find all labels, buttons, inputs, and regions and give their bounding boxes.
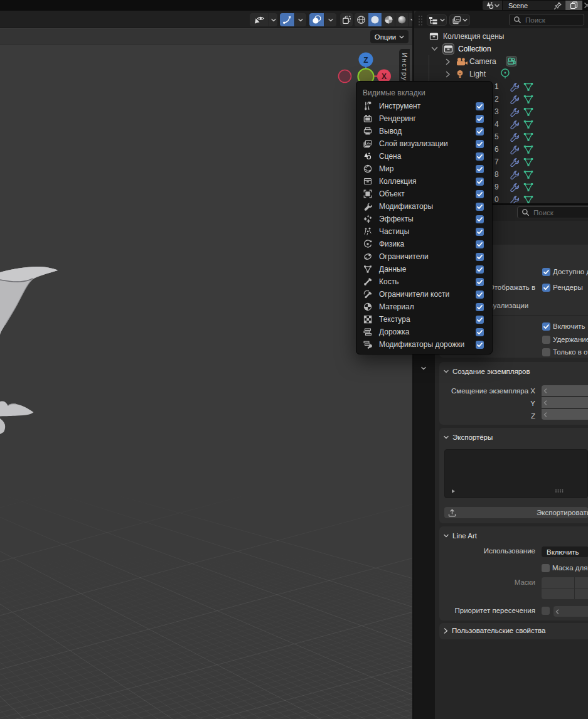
popup-item-10[interactable]: Эффекты xyxy=(356,213,493,225)
enable-checkbox[interactable] xyxy=(542,322,550,331)
visibility-button[interactable] xyxy=(250,13,269,26)
mesh-data-icon[interactable] xyxy=(523,120,533,129)
popup-item-checkbox[interactable] xyxy=(476,127,484,136)
popup-item-checkbox[interactable] xyxy=(476,165,484,173)
popup-item-12[interactable]: Физика xyxy=(356,238,493,250)
close-scene-button[interactable] xyxy=(583,1,588,10)
mask-bits-row-1[interactable] xyxy=(542,577,588,588)
outliner-row-Collection[interactable]: Collection xyxy=(414,43,588,55)
popup-item-14[interactable]: Данные xyxy=(356,263,493,275)
xray-button[interactable] xyxy=(340,13,353,26)
gizmo-minus-x-ball[interactable] xyxy=(339,70,351,83)
exporters-panel-header[interactable]: Экспортёры xyxy=(444,434,493,441)
popup-item-6[interactable]: Мир xyxy=(356,162,493,175)
popup-item-20[interactable]: Модификаторы дорожки xyxy=(356,338,493,351)
tabs-overflow-chevron-icon[interactable] xyxy=(421,366,426,370)
stepper-left-icon[interactable] xyxy=(543,412,547,417)
outliner-row-Camera[interactable]: Camera xyxy=(414,55,588,68)
mesh-data-icon[interactable] xyxy=(523,82,533,92)
line-art-panel-header[interactable]: Line Art xyxy=(444,532,477,540)
popup-item-checkbox[interactable] xyxy=(476,303,484,311)
instancing-header[interactable]: Создание экземпляров xyxy=(452,368,530,375)
mesh-data-icon[interactable] xyxy=(523,107,533,117)
popup-item-2[interactable]: Рендеринг xyxy=(356,112,493,125)
wrench-icon[interactable] xyxy=(510,132,519,142)
claw-mesh[interactable] xyxy=(0,401,34,416)
show-gizmo-toggle[interactable] xyxy=(280,13,306,26)
editor-type-button[interactable] xyxy=(427,14,447,26)
mesh-data-icon[interactable] xyxy=(523,145,533,154)
popup-item-15[interactable]: Кость xyxy=(356,275,493,288)
gizmo-dropdown-arrow[interactable] xyxy=(294,13,306,26)
expand-filter-icon[interactable] xyxy=(451,489,456,494)
popup-item-checkbox[interactable] xyxy=(476,341,484,349)
line-art-header[interactable]: Line Art xyxy=(452,532,477,540)
viewport-3d[interactable]: Опции Инструмент Z X xyxy=(0,11,412,719)
exporters-header[interactable]: Экспортёры xyxy=(452,434,493,441)
popup-item-checkbox[interactable] xyxy=(476,115,484,123)
custom-properties-panel-header[interactable]: Пользовательские свойства xyxy=(444,627,545,634)
priority-field[interactable] xyxy=(553,606,588,617)
renders-checkbox[interactable] xyxy=(542,284,550,292)
xray-toggle[interactable] xyxy=(340,13,353,26)
popup-item-checkbox[interactable] xyxy=(476,278,484,286)
camera-data-icon[interactable] xyxy=(506,56,517,67)
export-button[interactable]: Экспортировать xyxy=(444,507,588,518)
display-mode-button[interactable] xyxy=(449,14,470,26)
exporters-list[interactable] xyxy=(444,449,588,498)
overlays-toggle-button[interactable] xyxy=(309,13,324,26)
popup-item-17[interactable]: Материал xyxy=(356,301,493,313)
pin-icon[interactable] xyxy=(553,1,562,10)
popup-item-16[interactable]: Ограничители кости xyxy=(356,288,493,301)
usage-enum[interactable]: Включить xyxy=(542,546,588,557)
selectable-checkbox[interactable] xyxy=(542,268,550,276)
overlays-dropdown-arrow[interactable] xyxy=(324,13,336,26)
wrench-icon[interactable] xyxy=(510,120,519,129)
options-popover-button[interactable]: Опции xyxy=(370,30,409,43)
priority-checkbox[interactable] xyxy=(542,607,550,615)
show-overlays-toggle[interactable] xyxy=(309,13,336,26)
stepper-left-icon[interactable] xyxy=(543,400,547,405)
shading-material-button[interactable] xyxy=(382,13,395,26)
stepper-left-icon[interactable] xyxy=(555,609,559,614)
shading-rendered-button[interactable] xyxy=(395,13,408,26)
chevron-right-icon[interactable] xyxy=(444,628,448,634)
mesh-data-icon[interactable] xyxy=(523,95,533,104)
popup-item-checkbox[interactable] xyxy=(476,178,484,186)
grip-dots-icon[interactable] xyxy=(418,15,423,26)
mesh-data-icon[interactable] xyxy=(523,170,533,179)
popup-item-checkbox[interactable] xyxy=(476,328,484,336)
mesh-data-icon[interactable] xyxy=(523,183,533,192)
popup-item-checkbox[interactable] xyxy=(476,265,484,274)
popup-item-4[interactable]: Слой визуализации xyxy=(356,137,493,150)
offset-x-field[interactable] xyxy=(542,385,588,396)
holdout-checkbox[interactable] xyxy=(542,336,550,344)
shading-solid-button[interactable] xyxy=(368,13,382,26)
popup-item-9[interactable]: Модификаторы xyxy=(356,200,493,213)
popup-item-19[interactable]: Дорожка xyxy=(356,326,493,338)
wrench-icon[interactable] xyxy=(510,82,519,92)
popup-item-checkbox[interactable] xyxy=(476,215,484,223)
popup-item-checkbox[interactable] xyxy=(476,140,484,148)
popup-item-13[interactable]: Ограничители xyxy=(356,250,493,263)
custom-properties-header[interactable]: Пользовательские свойства xyxy=(452,627,545,634)
expander-down-icon[interactable] xyxy=(431,46,438,51)
expander-right-icon[interactable] xyxy=(446,71,451,78)
popup-item-checkbox[interactable] xyxy=(476,102,484,110)
popup-item-checkbox[interactable] xyxy=(476,190,484,198)
resize-grip-icon[interactable] xyxy=(555,489,564,493)
popup-item-1[interactable]: Инструмент xyxy=(356,100,493,112)
wrench-icon[interactable] xyxy=(510,195,519,204)
mesh-data-icon[interactable] xyxy=(523,132,533,142)
wrench-icon[interactable] xyxy=(510,157,519,167)
outliner-row-Коллекция сцены[interactable]: Коллекция сцены xyxy=(414,30,588,43)
mask-checkbox[interactable] xyxy=(542,564,550,572)
popup-item-5[interactable]: Сцена xyxy=(356,150,493,162)
mesh-data-icon[interactable] xyxy=(523,195,533,204)
light-data-icon[interactable] xyxy=(500,68,510,79)
popup-item-7[interactable]: Коллекция xyxy=(356,175,493,188)
instancing-panel-header[interactable]: Создание экземпляров xyxy=(444,368,530,375)
gizmo-toggle-button[interactable] xyxy=(280,13,294,26)
chevron-down-icon[interactable] xyxy=(444,534,449,538)
viewport-mesh-object[interactable] xyxy=(0,11,412,719)
